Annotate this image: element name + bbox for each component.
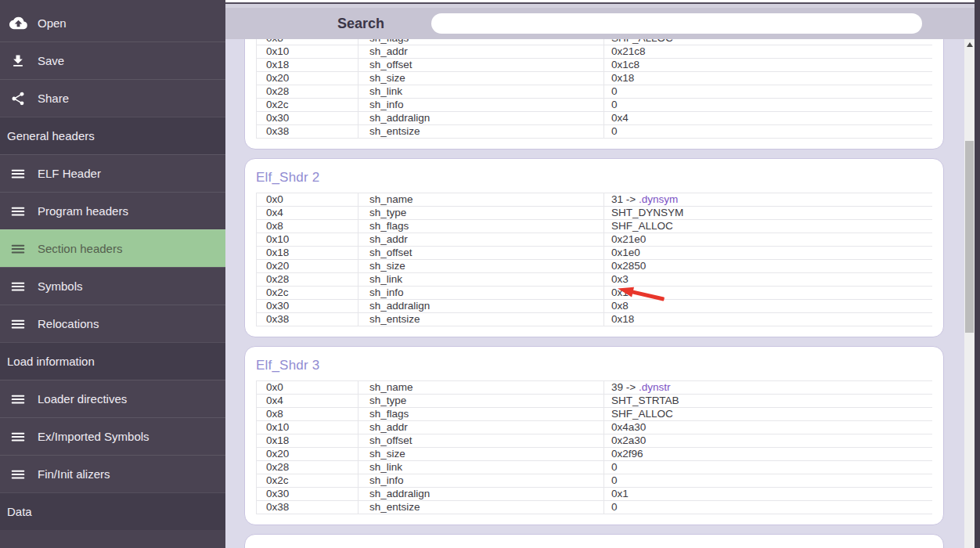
row-field-name: sh_addralign	[358, 112, 603, 124]
row-offset: 0x10	[257, 233, 358, 246]
section-name-link[interactable]: .dynstr	[639, 381, 671, 393]
row-value: SHT_STRTAB	[603, 395, 932, 407]
row-field-name: sh_offset	[358, 59, 603, 71]
card-title: Elf_Shdr 2	[256, 169, 932, 186]
row-field-name: sh_entsize	[358, 501, 603, 514]
table-row: 0x38 sh_entsize 0	[257, 501, 932, 514]
row-offset: 0x20	[257, 260, 358, 272]
sidebar: Open Save Share General headers ELF Head…	[0, 0, 225, 548]
table-row: 0x30 sh_addralign 0x1	[257, 488, 932, 501]
row-value: SHF_ALLOC	[603, 220, 932, 233]
row-offset: 0x2c	[257, 474, 358, 487]
row-field-name: sh_size	[358, 260, 603, 272]
card-elf-shdr-4: Elf_Shdr 4	[244, 534, 944, 548]
table-row: 0x8 sh_flags SHF_ALLOC	[257, 408, 932, 421]
sidebar-item-open[interactable]: Open	[0, 4, 225, 41]
window-edge	[975, 0, 980, 548]
table-row: 0x30 sh_addralign 0x4	[257, 112, 932, 125]
row-field-name: sh_entsize	[358, 125, 603, 138]
top-strip	[225, 0, 975, 8]
row-value: 0x18	[603, 313, 932, 326]
sidebar-item-label: Section headers	[38, 242, 122, 255]
table-row: 0x30 sh_addralign 0x8	[257, 300, 932, 313]
sidebar-item-label: Relocations	[38, 317, 99, 330]
sidebar-item-label: ELF Header	[38, 167, 101, 180]
scrollbar-thumb[interactable]	[965, 141, 974, 333]
row-value: 0	[603, 461, 932, 474]
annotation-arrow-icon	[617, 283, 668, 305]
table-row: 0x0 sh_name 31 -> .dynsym	[257, 193, 932, 207]
section-name-link[interactable]: .dynsym	[639, 193, 678, 205]
search-toolbar: Search	[225, 8, 975, 39]
table-row: 0x8 sh_flags SHF_ALLOC	[257, 220, 932, 233]
row-value: SHT_DYNSYM	[603, 207, 932, 219]
sidebar-section-general-headers: General headers	[0, 117, 225, 154]
row-field-name: sh_addralign	[358, 300, 603, 312]
table-row: 0x0 sh_name 39 -> .dynstr	[257, 381, 932, 395]
sidebar-section-data: Data	[0, 492, 225, 530]
row-value: 0x2850	[603, 260, 932, 272]
row-offset: 0x38	[257, 125, 358, 138]
row-field-name: sh_link	[358, 85, 603, 98]
list-icon	[9, 390, 27, 409]
sidebar-item-section-headers[interactable]: Section headers	[0, 229, 225, 267]
list-icon	[9, 427, 27, 446]
table-row: 0x28 sh_link 0	[257, 85, 932, 99]
row-field-name: sh_size	[358, 72, 603, 85]
sidebar-item-label: Program headers	[38, 204, 128, 218]
sidebar-item-save[interactable]: Save	[0, 41, 225, 79]
scroll-up-button[interactable]	[964, 39, 975, 50]
sidebar-item-label: Fin/Init alizers	[38, 467, 110, 481]
row-field-name: sh_link	[358, 273, 603, 286]
row-value: 0x1	[603, 488, 932, 500]
scrollbar[interactable]	[964, 39, 975, 548]
row-field-name: sh_type	[358, 207, 603, 219]
row-value: 0	[603, 85, 932, 98]
row-field-name: sh_link	[358, 461, 603, 474]
row-field-name: sh_offset	[358, 434, 603, 447]
main-area: Elf_Shdr 1 0x8 sh_flags SHF_ALLOC 0x10 s…	[225, 0, 980, 548]
row-value: SHF_ALLOC	[603, 408, 932, 420]
list-icon	[9, 240, 27, 258]
table-row: 0x38 sh_entsize 0	[257, 125, 932, 139]
sidebar-item-program-headers[interactable]: Program headers	[0, 192, 225, 229]
sidebar-item-symbols[interactable]: Symbols	[0, 267, 225, 305]
sidebar-item-label: Loader directives	[38, 392, 127, 406]
sidebar-item-ex-imported-symbols[interactable]: Ex/Imported Symbols	[0, 417, 225, 455]
sidebar-item-label: Symbols	[38, 279, 83, 293]
row-offset: 0x30	[257, 300, 358, 312]
sidebar-item-label: Share	[38, 92, 69, 105]
sidebar-item-label: Save	[38, 54, 64, 67]
row-offset: 0x38	[257, 501, 358, 514]
card-title: Elf_Shdr 3	[256, 357, 932, 374]
row-value: 0x4a30	[603, 421, 932, 434]
row-value: 0x1e0	[603, 247, 932, 259]
row-offset: 0x8	[257, 220, 358, 233]
sidebar-item-fin-init-alizers[interactable]: Fin/Init alizers	[0, 455, 225, 492]
sidebar-item-loader-directives[interactable]: Loader directives	[0, 380, 225, 417]
row-field-name: sh_entsize	[358, 313, 603, 326]
row-value: 0	[603, 99, 932, 111]
sidebar-item-share[interactable]: Share	[0, 79, 225, 117]
row-offset: 0x20	[257, 448, 358, 460]
sidebar-item-elf-header[interactable]: ELF Header	[0, 154, 225, 192]
table-row: 0x18 sh_offset 0x1e0	[257, 247, 932, 260]
search-label: Search	[337, 8, 384, 39]
sidebar-item-relocations[interactable]: Relocations	[0, 305, 225, 342]
row-offset: 0x0	[257, 381, 358, 394]
table-row: 0x4 sh_type SHT_STRTAB	[257, 395, 932, 408]
row-offset: 0x8	[257, 408, 358, 420]
card-table: 0x8 sh_flags SHF_ALLOC 0x10 sh_addr 0x21…	[256, 31, 932, 139]
card-table: 0x0 sh_name 31 -> .dynsym 0x4 sh_type SH…	[256, 193, 932, 326]
row-field-name: sh_name	[358, 381, 603, 394]
sidebar-item-label: Ex/Imported Symbols	[38, 430, 150, 443]
row-field-name: sh_name	[358, 193, 603, 206]
scroll-up-arrow-icon	[967, 42, 973, 47]
row-offset: 0x30	[257, 112, 358, 124]
search-input[interactable]	[431, 13, 922, 34]
card-title: Elf_Shdr 4	[256, 545, 932, 548]
row-value: 0x2f96	[603, 448, 932, 460]
row-offset: 0x18	[257, 434, 358, 447]
row-offset: 0x18	[257, 247, 358, 259]
table-row: 0x2c sh_info 0	[257, 99, 932, 112]
